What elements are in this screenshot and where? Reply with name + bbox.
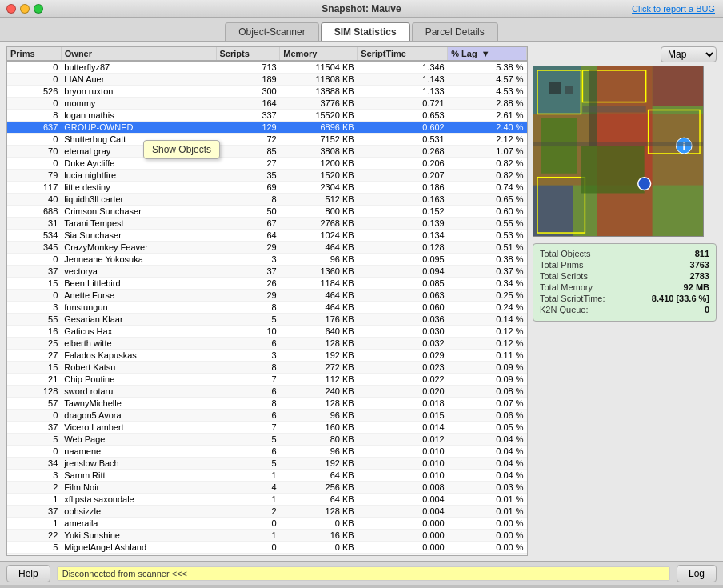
table-row[interactable]: 37vectorya371360 KB0.0940.37 % bbox=[7, 266, 527, 278]
cell-scripts: 8 bbox=[216, 398, 280, 410]
table-row[interactable]: 0naamene696 KB0.0100.04 % bbox=[7, 446, 527, 458]
col-scripttime[interactable]: ScriptTime bbox=[358, 47, 448, 61]
table-row[interactable]: 34jrenslow Bach5192 KB0.0100.04 % bbox=[7, 458, 527, 470]
cell-scripts: 72 bbox=[216, 134, 280, 146]
table-row[interactable]: 37oohsizzle2128 KB0.0040.01 % bbox=[7, 506, 527, 518]
total-scripts-value: 2783 bbox=[690, 271, 709, 281]
cell-prims: 128 bbox=[7, 386, 61, 398]
table-row[interactable]: 534Sia Sunchaser641024 KB0.1340.53 % bbox=[7, 230, 527, 242]
cell-pctlag: 0.00 % bbox=[448, 542, 527, 554]
show-objects-popup[interactable]: Show Objects bbox=[143, 140, 220, 159]
col-prims[interactable]: Prims bbox=[7, 47, 61, 61]
table-row[interactable]: 15Been Littlebird261184 KB0.0850.34 % bbox=[7, 278, 527, 290]
table-row[interactable]: 0dragon5 Avora696 KB0.0150.06 % bbox=[7, 410, 527, 422]
close-button[interactable] bbox=[6, 4, 16, 14]
cell-pctlag: 4.53 % bbox=[448, 86, 527, 98]
cell-prims: 0 bbox=[7, 158, 61, 170]
tab-parcel-details[interactable]: Parcel Details bbox=[412, 22, 498, 41]
table-row[interactable]: 0Anette Furse29464 KB0.0630.25 % bbox=[7, 290, 527, 302]
stats-panel: Total Objects 811 Total Prims 3763 Total… bbox=[533, 243, 717, 322]
total-scripttime-label: Total ScriptTime: bbox=[540, 294, 605, 303]
table-row[interactable]: 3funstungun8464 KB0.0600.24 % bbox=[7, 302, 527, 314]
cell-prims: 345 bbox=[7, 242, 61, 254]
table-row[interactable]: 0butterflyz8771311504 KB1.3465.38 % bbox=[7, 61, 527, 74]
tab-object-scanner[interactable]: Object-Scanner bbox=[225, 22, 318, 41]
total-memory-label: Total Memory bbox=[540, 282, 593, 292]
tab-sim-statistics[interactable]: SIM Statistics bbox=[321, 22, 410, 41]
table-row[interactable]: 688Crimson Sunchaser50800 KB0.1520.60 % bbox=[7, 206, 527, 218]
table-row[interactable]: 37Vicero Lambert7160 KB0.0140.05 % bbox=[7, 422, 527, 434]
cell-memory: 11808 KB bbox=[280, 74, 358, 86]
col-scripts[interactable]: Scripts bbox=[216, 47, 280, 61]
col-memory[interactable]: Memory bbox=[280, 47, 358, 61]
table-row[interactable]: 57TawnyMichelle8128 KB0.0180.07 % bbox=[7, 398, 527, 410]
total-prims-label: Total Prims bbox=[540, 260, 583, 270]
cell-scripttime: 0.010 bbox=[358, 446, 448, 458]
table-row[interactable]: 27Falados Kapuskas3192 KB0.0290.11 % bbox=[7, 350, 527, 362]
total-scripttime-value: 8.410 [33.6 %] bbox=[652, 294, 709, 303]
bug-report-link[interactable]: Click to report a BUG bbox=[632, 4, 715, 14]
log-button[interactable]: Log bbox=[677, 565, 717, 582]
cell-scripts: 1 bbox=[216, 530, 280, 542]
table-row[interactable]: 15Robert Katsu8272 KB0.0230.09 % bbox=[7, 362, 527, 374]
cell-pctlag: 0.60 % bbox=[448, 206, 527, 218]
stats-k2n-queue: K2N Queue: 0 bbox=[540, 305, 709, 314]
table-row[interactable]: 345CrazyMonkey Feaver29464 KB0.1280.51 % bbox=[7, 242, 527, 254]
table-row[interactable]: 5Web Page580 KB0.0120.04 % bbox=[7, 434, 527, 446]
table-row[interactable]: 79lucia nightfire351520 KB0.2070.82 % bbox=[7, 170, 527, 182]
cell-memory: 13888 KB bbox=[280, 86, 358, 98]
cell-prims: 2 bbox=[7, 482, 61, 494]
table-row[interactable]: 1xflipsta saxondale164 KB0.0040.01 % bbox=[7, 494, 527, 506]
table-row[interactable]: 3Samm Ritt164 KB0.0100.04 % bbox=[7, 470, 527, 482]
cell-scripttime: 0.139 bbox=[358, 218, 448, 230]
table-row[interactable]: 25elberth witte6128 KB0.0320.12 % bbox=[7, 338, 527, 350]
help-button[interactable]: Help bbox=[6, 565, 50, 582]
table-row[interactable]: 0LIAN Auer18911808 KB1.1434.57 % bbox=[7, 74, 527, 86]
table-row[interactable]: 8logan mathis33715520 KB0.6532.61 % bbox=[7, 110, 527, 122]
col-pctlag[interactable]: % Lag ▼ bbox=[448, 47, 527, 61]
cell-memory: 192 KB bbox=[280, 350, 358, 362]
maximize-button[interactable] bbox=[34, 4, 43, 14]
minimize-button[interactable] bbox=[20, 4, 30, 14]
table-row[interactable]: 55Gesarian Klaar5176 KB0.0360.14 % bbox=[7, 314, 527, 326]
table-row[interactable]: 31Tarani Tempest672768 KB0.1390.55 % bbox=[7, 218, 527, 230]
table-row[interactable]: 22Yuki Sunshine116 KB0.0000.00 % bbox=[7, 530, 527, 542]
cell-scripts: 0 bbox=[216, 542, 280, 554]
cell-prims: 0 bbox=[7, 254, 61, 266]
cell-prims: 3 bbox=[7, 302, 61, 314]
table-row[interactable]: 0Duke Aycliffe271200 KB0.2060.82 % bbox=[7, 158, 527, 170]
table-row[interactable]: 5MiguelAngel Ashland00 KB0.0000.00 % bbox=[7, 542, 527, 554]
table-row[interactable]: 117little destiny692304 KB0.1860.74 % bbox=[7, 182, 527, 194]
total-scripts-label: Total Scripts bbox=[540, 271, 588, 281]
map-type-select[interactable]: Map Satellite Hybrid bbox=[661, 46, 717, 62]
col-owner[interactable]: Owner bbox=[61, 47, 216, 61]
cell-scripttime: 0.060 bbox=[358, 302, 448, 314]
cell-scripttime: 0.186 bbox=[358, 182, 448, 194]
table-row[interactable]: 128sword rotaru6240 KB0.0200.08 % bbox=[7, 386, 527, 398]
cell-prims: 8 bbox=[7, 110, 61, 122]
table-row[interactable]: 637GROUP-OWNED1296896 KB0.6022.40 % bbox=[7, 122, 527, 134]
table-row[interactable]: 21Chip Poutine7112 KB0.0220.09 % bbox=[7, 374, 527, 386]
cell-prims: 79 bbox=[7, 170, 61, 182]
cell-pctlag: 0.09 % bbox=[448, 362, 527, 374]
table-row[interactable]: 2Film Noir4256 KB0.0080.03 % bbox=[7, 482, 527, 494]
cell-memory: 96 KB bbox=[280, 410, 358, 422]
cell-owner: sword rotaru bbox=[61, 386, 216, 398]
table-row[interactable]: 526bryon ruxton30013888 KB1.1334.53 % bbox=[7, 86, 527, 98]
cell-memory: 176 KB bbox=[280, 314, 358, 326]
svg-rect-11 bbox=[581, 146, 644, 193]
table-row[interactable]: 0mommy1643776 KB0.7212.88 % bbox=[7, 98, 527, 110]
table-row[interactable]: 16Gaticus Hax10640 KB0.0300.12 % bbox=[7, 326, 527, 338]
table-row[interactable]: 0Jenneane Yokosuka396 KB0.0950.38 % bbox=[7, 254, 527, 266]
table-row[interactable]: 1ameraila00 KB0.0000.00 % bbox=[7, 518, 527, 530]
cell-prims: 5 bbox=[7, 542, 61, 554]
cell-owner: ameraila bbox=[61, 518, 216, 530]
table-row[interactable]: 40liquidh3ll carter8512 KB0.1630.65 % bbox=[7, 194, 527, 206]
cell-pctlag: 0.38 % bbox=[448, 254, 527, 266]
cell-scripts: 6 bbox=[216, 386, 280, 398]
cell-owner: Tarani Tempest bbox=[61, 218, 216, 230]
table-row[interactable]: 22Yuki Sunshine00 KB0.0000.00 % bbox=[7, 554, 527, 556]
table-row[interactable]: 70eternal gray853808 KB0.2681.07 % bbox=[7, 146, 527, 158]
table-row[interactable]: 0Shutterbug Catt727152 KB0.5312.12 % bbox=[7, 134, 527, 146]
cell-owner: Sia Sunchaser bbox=[61, 230, 216, 242]
